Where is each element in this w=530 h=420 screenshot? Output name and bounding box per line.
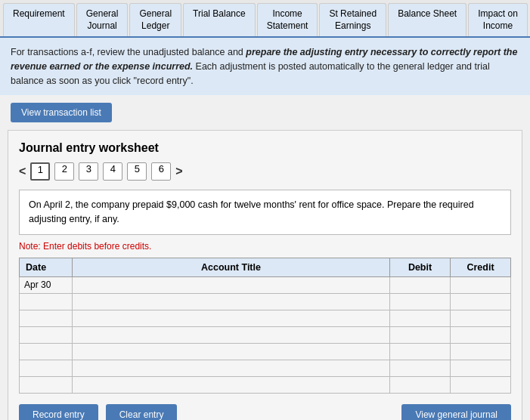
credit-cell-4[interactable] xyxy=(451,326,511,343)
date-cell-1: Apr 30 xyxy=(20,276,73,293)
credit-input-4[interactable] xyxy=(451,327,510,343)
col-header-credit: Credit xyxy=(451,258,511,276)
col-header-account: Account Title xyxy=(73,258,390,276)
tab-impact-on-income[interactable]: Impact onIncome xyxy=(468,3,528,36)
pagination: < 1 2 3 4 5 6 > xyxy=(19,162,511,181)
credit-input-1[interactable] xyxy=(451,277,510,293)
debit-cell-6[interactable] xyxy=(390,360,451,376)
tab-balance-sheet[interactable]: Balance Sheet xyxy=(388,3,466,36)
page-4[interactable]: 4 xyxy=(103,162,122,181)
note-text: Note: Enter debits before credits. xyxy=(19,241,511,252)
account-input-4[interactable] xyxy=(73,327,389,343)
description-box: On April 2, the company prepaid $9,000 c… xyxy=(19,190,511,235)
debit-input-4[interactable] xyxy=(390,327,450,343)
credit-cell-5[interactable] xyxy=(451,343,511,360)
top-tabs: Requirement GeneralJournal GeneralLedger… xyxy=(0,0,530,38)
tab-income-statement[interactable]: IncomeStatement xyxy=(257,3,318,36)
page-6[interactable]: 6 xyxy=(151,162,171,181)
page-1[interactable]: 1 xyxy=(30,162,50,181)
credit-input-2[interactable] xyxy=(451,294,510,310)
credit-input-5[interactable] xyxy=(451,344,510,360)
date-cell-7 xyxy=(20,376,73,393)
date-cell-5 xyxy=(20,343,73,360)
table-row xyxy=(20,376,511,393)
col-header-debit: Debit xyxy=(390,258,451,276)
account-input-5[interactable] xyxy=(73,344,389,360)
account-input-6[interactable] xyxy=(73,360,389,376)
worksheet-title: Journal entry worksheet xyxy=(19,141,511,155)
info-box: For transactions a-f, review the unadjus… xyxy=(0,38,530,95)
page-5[interactable]: 5 xyxy=(127,162,147,181)
account-input-2[interactable] xyxy=(73,294,389,310)
col-header-date: Date xyxy=(20,258,73,276)
account-input-1[interactable] xyxy=(73,277,389,293)
tab-general-journal[interactable]: GeneralJournal xyxy=(76,3,129,36)
page-2[interactable]: 2 xyxy=(54,162,74,181)
credit-input-7[interactable] xyxy=(451,377,510,393)
debit-cell-4[interactable] xyxy=(390,326,451,343)
tab-st-retained-earnings[interactable]: St RetainedEarnings xyxy=(319,3,386,36)
date-cell-4 xyxy=(20,326,73,343)
account-cell-1[interactable] xyxy=(73,276,390,293)
credit-cell-2[interactable] xyxy=(451,293,511,310)
account-cell-2[interactable] xyxy=(73,293,390,310)
debit-cell-3[interactable] xyxy=(390,310,451,326)
debit-cell-1[interactable] xyxy=(390,276,451,293)
table-row: Apr 30 xyxy=(20,276,511,293)
table-row xyxy=(20,293,511,310)
account-cell-4[interactable] xyxy=(73,326,390,343)
next-page-button[interactable]: > xyxy=(175,165,182,178)
debit-input-6[interactable] xyxy=(390,360,450,376)
debit-cell-2[interactable] xyxy=(390,293,451,310)
page-3[interactable]: 3 xyxy=(79,162,98,181)
debit-cell-7[interactable] xyxy=(390,376,451,393)
date-cell-2 xyxy=(20,293,73,310)
credit-input-3[interactable] xyxy=(451,310,510,326)
account-cell-7[interactable] xyxy=(73,376,390,393)
spacer xyxy=(184,404,394,420)
debit-input-5[interactable] xyxy=(390,344,450,360)
account-cell-3[interactable] xyxy=(73,310,390,326)
tab-requirement[interactable]: Requirement xyxy=(3,3,75,36)
record-entry-button[interactable]: Record entry xyxy=(19,404,98,420)
account-input-3[interactable] xyxy=(73,310,389,326)
account-input-7[interactable] xyxy=(73,377,389,393)
date-cell-3 xyxy=(20,310,73,326)
credit-input-6[interactable] xyxy=(451,360,510,376)
debit-cell-5[interactable] xyxy=(390,343,451,360)
entry-table: Date Account Title Debit Credit Apr 30 xyxy=(19,258,511,394)
credit-cell-3[interactable] xyxy=(451,310,511,326)
action-buttons: Record entry Clear entry View general jo… xyxy=(19,404,511,420)
tab-general-ledger[interactable]: GeneralLedger xyxy=(129,3,181,36)
debit-input-3[interactable] xyxy=(390,310,450,326)
debit-input-2[interactable] xyxy=(390,294,450,310)
date-cell-6 xyxy=(20,360,73,376)
table-row xyxy=(20,343,511,360)
debit-input-7[interactable] xyxy=(390,377,450,393)
account-cell-6[interactable] xyxy=(73,360,390,376)
view-transaction-button[interactable]: View transaction list xyxy=(11,103,112,122)
credit-cell-7[interactable] xyxy=(451,376,511,393)
main-content: Journal entry worksheet < 1 2 3 4 5 6 > … xyxy=(8,130,522,420)
credit-cell-1[interactable] xyxy=(451,276,511,293)
table-row xyxy=(20,360,511,376)
tab-trial-balance[interactable]: Trial Balance xyxy=(183,3,256,36)
prev-page-button[interactable]: < xyxy=(19,165,26,178)
account-cell-5[interactable] xyxy=(73,343,390,360)
debit-input-1[interactable] xyxy=(390,277,450,293)
view-general-journal-button[interactable]: View general journal xyxy=(401,404,511,420)
info-text: For transactions a-f, review the unadjus… xyxy=(11,47,517,86)
credit-cell-6[interactable] xyxy=(451,360,511,376)
table-row xyxy=(20,326,511,343)
clear-entry-button[interactable]: Clear entry xyxy=(106,404,178,420)
table-row xyxy=(20,310,511,326)
